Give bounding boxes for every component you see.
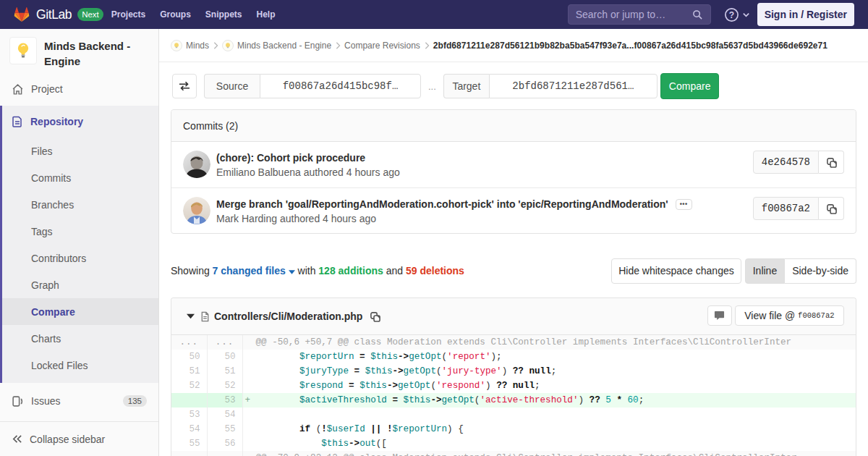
- svg-text:?: ?: [728, 9, 733, 20]
